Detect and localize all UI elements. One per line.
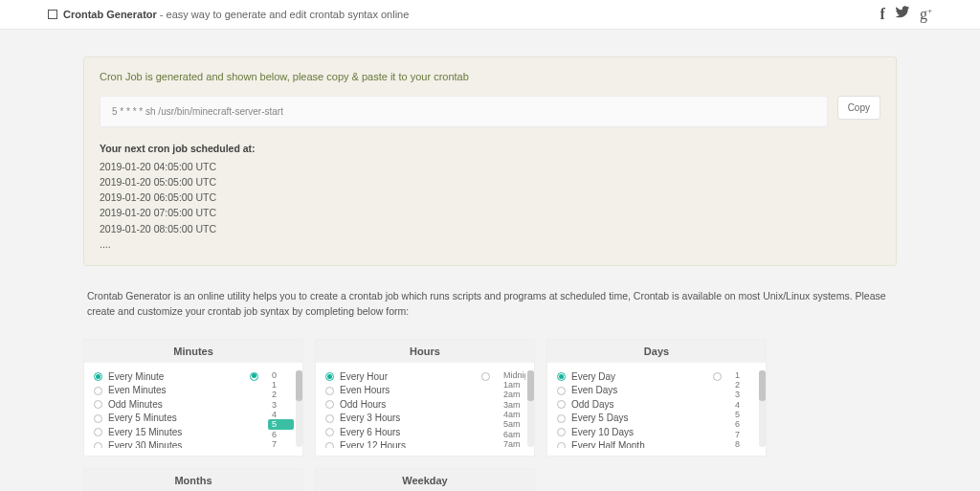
hours-list[interactable]: Midnight 1am 2am 3am 4am 5am 6am 7am 8am: [492, 370, 525, 447]
social-links: f g+: [880, 6, 932, 23]
panels-grid: Minutes Every Minute Even Minutes Odd Mi…: [83, 339, 897, 491]
radio-every-5-days[interactable]: Every 5 Days: [557, 412, 713, 426]
hours-panel: Hours Every Hour Even Hours Odd Hours Ev…: [315, 339, 535, 457]
radio-odd-hours[interactable]: Odd Hours: [325, 398, 481, 413]
radio-icon: [325, 400, 334, 409]
schedule-block: Your next cron job scheduled at: 2019-01…: [100, 141, 880, 252]
radio-every-day[interactable]: Every Day: [557, 370, 713, 385]
schedule-time: 2019-01-20 06:05:00 UTC: [100, 190, 880, 205]
radio-every-12-hours[interactable]: Every 12 Hours: [325, 439, 481, 448]
radio-every-6-hours[interactable]: Every 6 Hours: [325, 426, 481, 440]
radio-every-3-hours[interactable]: Every 3 Hours: [325, 412, 481, 426]
schedule-time: 2019-01-20 08:05:00 UTC: [100, 221, 880, 236]
schedule-time: 2019-01-20 04:05:00 UTC: [100, 159, 880, 174]
radio-icon: [325, 428, 334, 436]
radio-icon: [557, 428, 566, 436]
radio-icon: [557, 387, 566, 395]
copy-button[interactable]: Copy: [837, 96, 880, 120]
result-panel: Cron Job is generated and shown below, p…: [83, 56, 897, 266]
radio-icon: [325, 414, 334, 423]
radio-icon: [325, 372, 334, 381]
minutes-panel: Minutes Every Minute Even Minutes Odd Mi…: [83, 339, 303, 457]
panel-title-days: Days: [547, 340, 766, 363]
radio-odd-minutes[interactable]: Odd Minutes: [94, 398, 250, 413]
scrollbar[interactable]: [759, 370, 766, 447]
topbar: Crontab Generator - easy way to generate…: [0, 0, 980, 30]
radio-every-half-month[interactable]: Every Half Month: [557, 439, 713, 448]
scrollbar[interactable]: [527, 370, 534, 447]
radio-icon: [94, 428, 102, 436]
radio-icon: [325, 387, 334, 395]
radio-even-hours[interactable]: Even Hours: [325, 384, 481, 398]
cron-output[interactable]: 5 * * * * sh /usr/bin/minecraft-server-s…: [100, 96, 828, 127]
result-heading: Cron Job is generated and shown below, p…: [100, 71, 880, 82]
radio-icon: [94, 372, 102, 381]
radio-every-minute[interactable]: Every Minute: [94, 370, 250, 385]
radio-icon: [94, 387, 102, 395]
schedule-time: 2019-01-20 07:05:00 UTC: [100, 205, 880, 220]
radio-icon: [557, 400, 566, 409]
radio-icon: [325, 442, 334, 448]
radio-custom-minutes[interactable]: [250, 372, 258, 381]
radio-every-5-minutes[interactable]: Every 5 Minutes: [94, 412, 250, 426]
panel-title-months: Months: [84, 469, 302, 491]
google-plus-icon[interactable]: g+: [920, 6, 932, 23]
scrollbar[interactable]: [296, 370, 302, 447]
radio-every-15-minutes[interactable]: Every 15 Minutes: [94, 426, 250, 440]
days-panel: Days Every Day Even Days Odd Days Every …: [546, 339, 767, 457]
panel-title-minutes: Minutes: [84, 340, 302, 363]
radio-every-hour[interactable]: Every Hour: [325, 370, 481, 385]
radio-icon: [94, 442, 102, 448]
app-icon: [48, 10, 57, 19]
radio-odd-days[interactable]: Odd Days: [557, 398, 713, 413]
weekday-panel: Weekday Every Weekday Monday - Friday We…: [315, 468, 535, 491]
radio-icon: [557, 372, 566, 381]
months-panel: Months Every Month Even Months Odd Month…: [83, 468, 303, 491]
hours-options: Every Hour Even Hours Odd Hours Every 3 …: [325, 370, 481, 448]
radio-every-30-minutes[interactable]: Every 30 Minutes: [94, 439, 250, 448]
schedule-ellipsis: ....: [100, 236, 880, 252]
radio-every-10-days[interactable]: Every 10 Days: [557, 426, 713, 440]
schedule-title: Your next cron job scheduled at:: [100, 141, 880, 156]
facebook-icon[interactable]: f: [880, 6, 885, 23]
radio-even-minutes[interactable]: Even Minutes: [94, 384, 250, 398]
panel-title-weekday: Weekday: [316, 469, 534, 491]
intro-text: Crontab Generator is an online utility h…: [87, 289, 893, 320]
radio-icon: [557, 414, 566, 423]
radio-icon: [557, 442, 566, 448]
twitter-icon[interactable]: [895, 6, 910, 23]
radio-even-days[interactable]: Even Days: [557, 384, 713, 398]
app-title: Crontab Generator: [63, 9, 157, 20]
days-options: Every Day Even Days Odd Days Every 5 Day…: [557, 370, 713, 448]
radio-custom-hours[interactable]: [481, 372, 490, 381]
radio-icon: [94, 414, 102, 423]
minutes-list[interactable]: 0 1 2 3 4 5 6 7 8: [260, 370, 294, 447]
panel-title-hours: Hours: [316, 340, 534, 363]
schedule-time: 2019-01-20 05:05:00 UTC: [100, 174, 880, 190]
radio-icon: [94, 400, 102, 409]
radio-custom-days[interactable]: [713, 372, 722, 381]
app-subtitle: - easy way to generate and edit crontab …: [160, 9, 410, 20]
minutes-options: Every Minute Even Minutes Odd Minutes Ev…: [94, 370, 250, 448]
brand: Crontab Generator - easy way to generate…: [48, 9, 409, 20]
days-list[interactable]: 1 2 3 4 5 6 7 8 9: [724, 370, 757, 447]
